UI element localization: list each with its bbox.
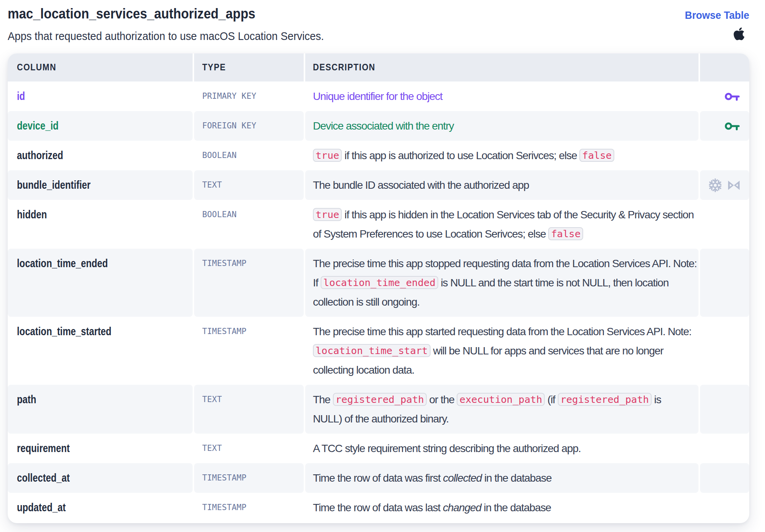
key-icon <box>725 121 740 131</box>
column-name-text: bundle_identifier <box>17 176 91 195</box>
description-line: true if this app is authorized to use Lo… <box>313 146 698 165</box>
description-line: The registered_path or the execution_pat… <box>313 390 698 409</box>
column-name: id <box>8 81 193 111</box>
code-chip: execution_path <box>457 393 545 406</box>
description-line: A TCC style requirement string describin… <box>313 439 698 458</box>
table-body: id PRIMARY KEY Unique identifier for the… <box>8 81 749 522</box>
column-name: path <box>8 385 193 434</box>
header-right: Browse Table <box>680 0 749 41</box>
column-header-description: DESCRIPTION <box>305 53 698 81</box>
code-chip: false <box>548 227 583 240</box>
column-name: device_id <box>8 111 193 141</box>
column-header-type: TYPE <box>194 53 304 81</box>
page-title-text: mac_location_services_authorized_apps <box>8 6 255 22</box>
column-name-text: location_time_started <box>17 322 111 341</box>
code-chip: false <box>579 149 614 162</box>
table-header-row: COLUMN TYPE DESCRIPTION <box>8 53 749 81</box>
column-name: location_time_started <box>8 317 193 385</box>
row-icons <box>700 111 749 141</box>
column-header-label: TYPE <box>202 62 226 73</box>
column-header-column: COLUMN <box>8 53 193 81</box>
join-icon <box>728 180 740 190</box>
column-type: TEXT <box>194 385 304 434</box>
description-line: of System Preferences to use Location Se… <box>313 224 698 243</box>
page-title: mac_location_services_authorized_apps <box>8 6 343 22</box>
row-icons-group <box>708 176 740 195</box>
page-subtitle: Apps that requested authorization to use… <box>8 29 343 43</box>
column-type: FOREIGN KEY <box>194 111 304 141</box>
header-left: mac_location_services_authorized_apps Ap… <box>8 0 343 43</box>
column-name: authorized <box>8 141 193 170</box>
code-chip: location_time_ended <box>321 276 438 289</box>
table-row-path: path TEXT The registered_path or the exe… <box>8 385 749 434</box>
key-icon <box>725 92 740 101</box>
row-icons <box>700 463 749 493</box>
description-line: true if this app is hidden in the Locati… <box>313 205 698 224</box>
table-row-authorized: authorized BOOLEAN true if this app is a… <box>8 141 749 170</box>
description-line: Time the row of data was last changed in… <box>313 498 698 517</box>
column-name-text: path <box>17 390 36 409</box>
column-description: The registered_path or the execution_pat… <box>305 385 698 434</box>
table-row-requirement: requirement TEXT A TCC style requirement… <box>8 434 749 463</box>
column-description: A TCC style requirement string describin… <box>305 434 698 463</box>
column-description: Device associated with the entry <box>305 111 698 141</box>
column-description: The precise time this app started reques… <box>305 317 698 385</box>
table-row-device_id: device_id FOREIGN KEY Device associated … <box>8 111 749 141</box>
column-type: TEXT <box>194 434 304 463</box>
table-row-bundle_identifier: bundle_identifier TEXT The bundle ID ass… <box>8 170 749 200</box>
code-chip: registered_path <box>558 393 652 406</box>
row-icons <box>700 170 749 200</box>
table-row-location_time_ended: location_time_ended TIMESTAMP The precis… <box>8 249 749 317</box>
column-description: The precise time this app stopped reques… <box>305 249 698 317</box>
description-line: The precise time this app started reques… <box>313 322 698 341</box>
column-header-label: DESCRIPTION <box>313 62 376 73</box>
row-icons <box>700 249 749 317</box>
browse-table-label: Browse Table <box>685 10 749 21</box>
code-chip: true <box>313 208 342 221</box>
column-name-text: location_time_ended <box>17 254 108 273</box>
description-line: The precise time this app stopped reques… <box>313 254 698 273</box>
row-icons <box>700 81 749 111</box>
column-type: BOOLEAN <box>194 141 304 170</box>
description-line: collection is still ongoing. <box>313 293 698 311</box>
description-line: location_time_start will be NULL for app… <box>313 341 698 360</box>
description-line: Device associated with the entry <box>313 116 698 135</box>
table-row-location_time_started: location_time_started TIMESTAMP The prec… <box>8 317 749 385</box>
description-line: The bundle ID associated with the author… <box>313 176 698 195</box>
apple-logo-icon <box>733 27 745 41</box>
code-chip: true <box>313 149 342 162</box>
column-header-label: COLUMN <box>17 62 57 73</box>
column-type: TEXT <box>194 170 304 200</box>
column-name: updated_at <box>8 493 193 522</box>
browse-table-link[interactable]: Browse Table <box>680 10 749 21</box>
column-type: TIMESTAMP <box>194 249 304 317</box>
column-name: collected_at <box>8 463 193 493</box>
page-header: mac_location_services_authorized_apps Ap… <box>8 0 749 43</box>
page-subtitle-text: Apps that requested authorization to use… <box>8 29 324 43</box>
column-name-text: id <box>17 87 25 106</box>
row-icons-group <box>725 116 740 135</box>
description-line: Unique identifier for the object <box>313 87 698 106</box>
column-name-text: authorized <box>17 146 63 165</box>
column-header-icons <box>700 53 749 81</box>
table-row-updated_at: updated_at TIMESTAMP Time the row of dat… <box>8 493 749 522</box>
column-name-text: requirement <box>17 439 70 458</box>
row-icons <box>700 434 749 463</box>
row-icons <box>700 141 749 170</box>
apple-icon <box>733 27 745 41</box>
column-description: Time the row of data was first collected… <box>305 463 698 493</box>
column-name: hidden <box>8 200 193 249</box>
column-name-text: device_id <box>17 116 58 135</box>
table-row-collected_at: collected_at TIMESTAMP Time the row of d… <box>8 463 749 493</box>
column-type: BOOLEAN <box>194 200 304 249</box>
column-type: TIMESTAMP <box>194 463 304 493</box>
description-line: Time the row of data was first collected… <box>313 469 698 487</box>
column-description: The bundle ID associated with the author… <box>305 170 698 200</box>
row-icons-group <box>725 87 740 106</box>
column-description: Time the row of data was last changed in… <box>305 493 698 522</box>
row-icons <box>700 385 749 434</box>
table-row-id: id PRIMARY KEY Unique identifier for the… <box>8 81 749 111</box>
emphasis-text: changed <box>443 502 481 514</box>
column-type: TIMESTAMP <box>194 317 304 385</box>
column-name-text: updated_at <box>17 498 66 517</box>
